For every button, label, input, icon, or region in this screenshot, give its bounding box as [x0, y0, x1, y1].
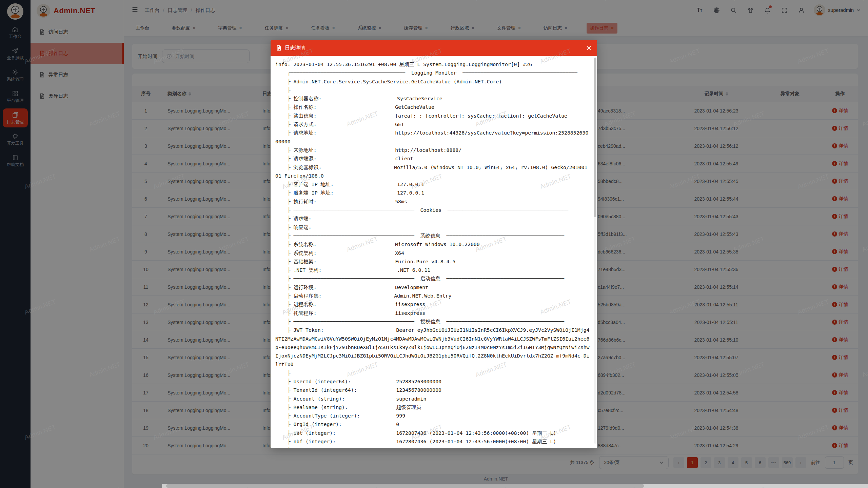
dialog-scrollbar — [594, 57, 596, 444]
log-detail-dialog: 日志详情 ✕ info: 2023-01-04 12:55:36.1516291… — [271, 40, 597, 448]
close-icon[interactable]: ✕ — [586, 45, 592, 52]
dialog-body[interactable]: info: 2023-01-04 12:55:36.1516291 +08:00… — [271, 56, 597, 448]
dialog-title: 日志详情 — [285, 45, 305, 51]
horizontal-scrollbar-thumb[interactable] — [166, 484, 644, 488]
document-icon — [276, 45, 282, 51]
app-root: 工作台业务测试系统管理平台管理日志管理开发工具帮助文档 Admin.NET 访问… — [0, 0, 868, 488]
horizontal-scrollbar — [162, 484, 868, 488]
log-detail-text: info: 2023-01-04 12:55:36.1516291 +08:00… — [275, 60, 590, 448]
dialog-header: 日志详情 ✕ — [271, 40, 597, 56]
dialog-scrollbar-thumb[interactable] — [594, 58, 596, 217]
